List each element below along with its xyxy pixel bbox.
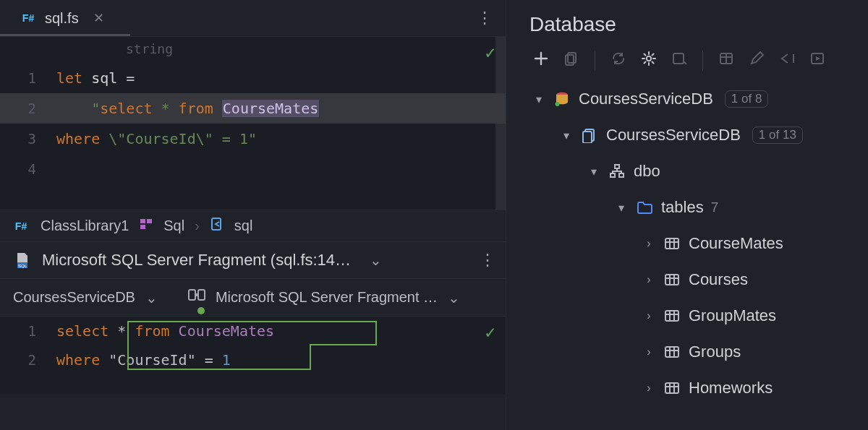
breadcrumb: F# ClassLibrary1 Sql › sql (0, 210, 506, 241)
table-view-icon[interactable] (715, 51, 738, 71)
database-toolbar (506, 51, 868, 81)
chevron-down-icon[interactable]: ▾ (615, 201, 628, 215)
svg-rect-12 (673, 53, 684, 64)
chevron-down-icon[interactable]: ▾ (560, 129, 573, 142)
tree-node-label: Courses (689, 270, 748, 289)
table-icon (663, 270, 681, 289)
inspection-pass-icon[interactable]: ✓ (485, 43, 495, 63)
table-icon (663, 343, 681, 361)
tree-node-table[interactable]: › GroupMates (514, 298, 861, 334)
more-icon[interactable]: ⋮ (480, 251, 495, 270)
code-editor[interactable]: string ✓ 1 let sql = 2 "select * from Co… (0, 36, 506, 210)
folder-icon (635, 198, 654, 217)
sql-context-bar: CoursesServiceDB ⌄ Microsoft SQL Server … (0, 279, 506, 317)
code-line[interactable]: 3 where \"CourseId\" = 1" (0, 124, 506, 154)
stop-icon[interactable] (668, 51, 691, 71)
close-icon[interactable]: ✕ (93, 10, 104, 26)
tree-node-table[interactable]: › CourseMates (514, 225, 861, 262)
tree-node-label: CourseMates (689, 234, 783, 253)
tree-node-schema[interactable]: ▾ dbo (514, 153, 861, 189)
count-label: 7 (711, 199, 719, 215)
sql-fragment-header: SQL Microsoft SQL Server Fragment (sql.f… (0, 241, 506, 279)
svg-rect-26 (665, 383, 678, 393)
chevron-down-icon[interactable]: ⌄ (370, 251, 382, 269)
run-icon[interactable] (806, 51, 829, 71)
svg-rect-7 (198, 290, 205, 300)
svg-point-11 (647, 56, 651, 61)
svg-rect-23 (665, 275, 678, 285)
sql-fragment-editor[interactable]: ✓ 1 select * from CourseMates 2 where "C… (0, 317, 506, 395)
chevron-right-icon[interactable]: › (642, 309, 655, 322)
chevron-right-icon[interactable]: › (642, 382, 655, 395)
jump-back-icon[interactable] (775, 51, 799, 71)
editor-tab-sqlfs[interactable]: F# sql.fs ✕ (0, 0, 117, 36)
count-badge: 1 of 8 (725, 90, 769, 108)
line-number: 3 (0, 131, 56, 147)
tree-node-label: dbo (634, 162, 660, 181)
line-number: 4 (0, 161, 56, 177)
count-badge: 1 of 13 (752, 126, 803, 144)
tree-node-label: Groups (689, 343, 741, 361)
chevron-right-icon[interactable]: › (642, 237, 655, 250)
tree-node-table[interactable]: › Homeworks (514, 370, 861, 406)
dialect-icon (188, 288, 205, 307)
chevron-down-icon[interactable]: ▾ (532, 93, 545, 106)
code-line[interactable]: 2 where "CourseId" = 1 (0, 345, 506, 374)
svg-rect-20 (610, 173, 615, 177)
gear-icon[interactable] (637, 51, 660, 71)
svg-rect-19 (615, 165, 619, 168)
datasource-selector[interactable]: CoursesServiceDB (13, 289, 135, 306)
schema-icon (608, 162, 626, 181)
dialect-selector[interactable]: Microsoft SQL Server Fragment … (216, 289, 438, 306)
tree-node-label: Homeworks (689, 379, 773, 397)
svg-rect-8 (195, 293, 198, 296)
struct-icon (139, 217, 153, 235)
line-number: 1 (0, 323, 56, 339)
svg-rect-22 (665, 238, 678, 249)
chevron-down-icon[interactable]: ⌄ (145, 289, 158, 306)
tree-node-table[interactable]: › Groups (514, 334, 861, 370)
tree-node-tables-folder[interactable]: ▾ tables 7 (514, 189, 861, 225)
type-inlay-hint: string (126, 41, 173, 56)
code-line[interactable]: 1 let sql = (0, 63, 506, 93)
editor-tab-filename: sql.fs (45, 10, 79, 27)
tree-node-datasource[interactable]: ▾ CoursesServiceDB 1 of 8 (514, 81, 861, 117)
copy-icon[interactable] (560, 51, 583, 71)
script-icon (210, 217, 224, 235)
sql-fragment-title: Microsoft SQL Server Fragment (sql.fs:14… (42, 251, 351, 270)
file-fsharp-icon: F# (12, 217, 30, 236)
edit-icon[interactable] (745, 51, 768, 71)
code-line[interactable]: 4 (0, 154, 506, 184)
database-tree[interactable]: ▾ CoursesServiceDB 1 of 8 ▾ CoursesServi… (506, 81, 868, 406)
svg-point-16 (556, 102, 560, 106)
sql-file-icon: SQL (13, 251, 32, 270)
code-line[interactable]: 2 "select * from CourseMates (0, 93, 506, 124)
chevron-right-icon[interactable]: › (642, 345, 655, 358)
table-icon (663, 306, 681, 325)
line-number: 2 (0, 100, 56, 116)
breadcrumb-item[interactable]: sql (234, 218, 253, 234)
breadcrumb-item[interactable]: Sql (163, 218, 184, 234)
svg-rect-2 (140, 225, 145, 229)
chevron-right-icon[interactable]: › (642, 273, 655, 286)
svg-rect-24 (665, 311, 678, 321)
more-icon[interactable]: ⋮ (477, 9, 493, 27)
line-number: 1 (0, 70, 56, 86)
svg-rect-18 (583, 132, 592, 143)
chevron-down-icon[interactable]: ⌄ (448, 289, 460, 306)
refresh-icon[interactable] (607, 51, 630, 71)
svg-rect-21 (619, 173, 624, 177)
svg-rect-25 (665, 347, 678, 357)
add-icon[interactable] (529, 51, 553, 71)
tree-node-database[interactable]: ▾ CoursesServiceDB 1 of 13 (514, 117, 861, 153)
breadcrumb-item[interactable]: ClassLibrary1 (41, 218, 129, 234)
file-fsharp-icon: F# (19, 9, 38, 27)
code-line[interactable]: 1 select * from CourseMates (0, 317, 506, 345)
database-tool-window: Database ▾ CoursesServiceDB 1 of 8 ▾ (506, 0, 868, 430)
tree-node-table[interactable]: › Courses (514, 262, 861, 298)
chevron-down-icon[interactable]: ▾ (587, 165, 600, 179)
svg-rect-0 (140, 219, 145, 223)
tree-node-label: CoursesServiceDB (579, 90, 713, 108)
svg-rect-6 (189, 290, 195, 300)
inspection-pass-icon[interactable]: ✓ (485, 322, 495, 343)
